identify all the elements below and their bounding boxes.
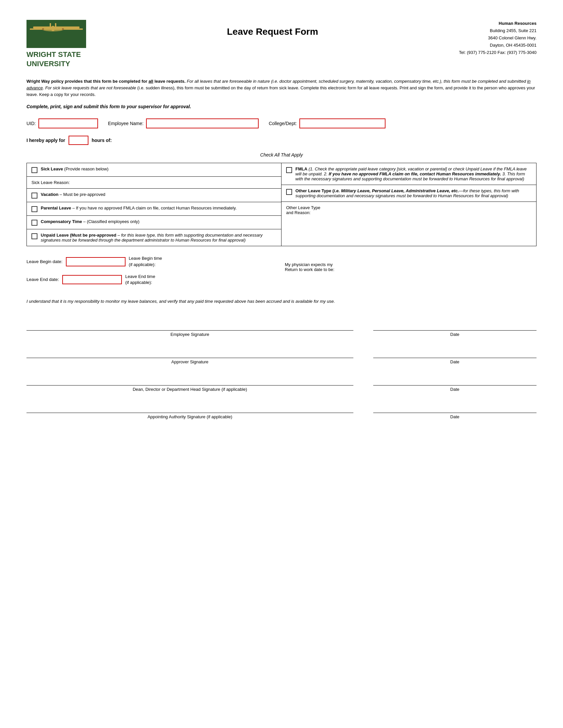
unpaid-leave-checkbox[interactable] [31, 233, 37, 239]
unpaid-leave-cell: Unpaid Leave (Must be pre-approved – for… [27, 229, 281, 246]
date-section: Leave Begin date: Leave Begin time(if ap… [26, 255, 537, 292]
college-dept-input[interactable] [300, 118, 386, 128]
emp-name-label: Employee Name: [108, 121, 143, 126]
parental-leave-text: Parental Leave – If you have no approved… [41, 205, 237, 210]
svg-rect-2 [50, 23, 51, 28]
dean-sig-label: Dean, Director or Department Head Signat… [133, 387, 247, 392]
parental-leave-checkbox[interactable] [31, 206, 37, 212]
leave-end-date-input[interactable] [62, 275, 122, 284]
top-fields: UID: Employee Name: College/Dept: [26, 118, 537, 128]
form-title-area: Leave Request Form [86, 20, 459, 37]
vacation-checkbox[interactable] [31, 193, 37, 199]
sick-leave-checkbox[interactable] [31, 167, 37, 173]
policy-bold: Wright Way policy provides that this for… [26, 79, 185, 84]
vacation-cell: Vacation – Must be pre-approved [27, 189, 281, 202]
employee-sig-label: Employee Signature [170, 332, 209, 337]
begin-time-label: Leave Begin time(if applicable): [129, 255, 162, 267]
emp-sig-date-container: Date [373, 321, 537, 337]
college-dept-group: College/Dept: [268, 118, 386, 128]
policy-italic1: For all leaves that are foreseeable in n… [187, 79, 527, 84]
leave-begin-date-input[interactable] [66, 257, 125, 266]
emp-sig-date-line [373, 321, 537, 331]
svg-point-8 [42, 28, 44, 30]
leave-right-col: FMLA (1. Check the appropriate paid leav… [282, 163, 536, 246]
dean-sig-container: Dean, Director or Department Head Signat… [26, 376, 353, 392]
other-leave-cell: Other Leave Type (i.e. Military Leave, P… [282, 185, 536, 202]
check-all-label: Check All That Apply [26, 152, 537, 158]
fmla-checkbox[interactable] [286, 167, 292, 173]
other-reason-label: Other Leave Typeand Reason: [286, 205, 320, 215]
uid-group: UID: [26, 118, 98, 128]
fmla-cell: FMLA (1. Check the appropriate paid leav… [282, 163, 536, 185]
comp-time-text: Compensatory Time – (Classified employee… [41, 219, 139, 224]
hr-line2: 3640 Colonel Glenn Hwy. [459, 34, 537, 42]
parental-leave-cell: Parental Leave – If you have no approved… [27, 202, 281, 216]
logo-area: WRIGHT STATE UNIVERSITY [26, 20, 86, 68]
approver-sig-container: Approver Signature [26, 349, 353, 364]
physician-label: My physician expects myReturn to work da… [285, 262, 335, 272]
fmla-text: FMLA (1. Check the appropriate paid leav… [296, 166, 532, 181]
leave-left-col: Sick Leave (Provide reason below) Sick L… [27, 163, 282, 246]
sick-reason-label: Sick Leave Reason: [31, 180, 70, 185]
approver-sig-line [26, 349, 353, 358]
appointing-sig-date-label: Date [450, 414, 459, 419]
form-title: Leave Request Form [86, 26, 459, 37]
svg-point-6 [52, 26, 54, 28]
policy-section: Wright Way policy provides that this for… [26, 78, 537, 98]
unpaid-leave-text: Unpaid Leave (Must be pre-approved – for… [41, 233, 276, 243]
hr-info: Human Resources Building 2455, Suite 221… [459, 20, 537, 56]
hours-input[interactable] [69, 136, 88, 145]
sig-row-4: Appointing Authority Signature (if appli… [26, 404, 537, 419]
physician-section: My physician expects myReturn to work da… [285, 255, 537, 292]
hours-prefix: I hereby apply for [26, 138, 65, 143]
appointing-sig-date-container: Date [373, 404, 537, 419]
sig-row-3: Dean, Director or Department Head Signat… [26, 376, 537, 392]
leave-options-grid: Sick Leave (Provide reason below) Sick L… [26, 163, 537, 246]
leave-end-label: Leave End date: [26, 277, 59, 282]
leave-end-row: Leave End date: Leave End time(if applic… [26, 274, 278, 286]
leave-begin-label: Leave Begin date: [26, 259, 63, 264]
hr-line1: Building 2455, Suite 221 [459, 27, 537, 34]
comp-time-cell: Compensatory Time – (Classified employee… [27, 216, 281, 229]
employee-sig-line [26, 321, 353, 331]
submit-instruction: Complete, print, sign and submit this fo… [26, 104, 537, 109]
dean-sig-line [26, 376, 353, 386]
sig-row-2: Approver Signature Date [26, 349, 537, 364]
approver-sig-date-label: Date [450, 359, 459, 364]
university-name: WRIGHT STATE UNIVERSITY [26, 50, 81, 68]
svg-rect-7 [30, 28, 83, 30]
signature-section: Employee Signature Date Approver Signatu… [26, 321, 537, 419]
approver-sig-date-line [373, 349, 537, 358]
svg-rect-3 [55, 23, 56, 28]
emp-sig-date-label: Date [450, 332, 459, 337]
dean-sig-date-label: Date [450, 387, 459, 392]
uid-input[interactable] [38, 118, 98, 128]
emp-name-group: Employee Name: [108, 118, 258, 128]
other-leave-checkbox[interactable] [286, 189, 292, 195]
appointing-sig-line [26, 404, 353, 413]
emp-name-input[interactable] [146, 118, 258, 128]
sick-reason-cell: Sick Leave Reason: [27, 177, 281, 189]
sick-leave-cell: Sick Leave (Provide reason below) [27, 163, 281, 177]
sig-row-1: Employee Signature Date [26, 321, 537, 337]
hr-line4: Tel: (937) 775-2120 Fax: (937) 775-3040 [459, 49, 537, 56]
employee-sig-container: Employee Signature [26, 321, 353, 337]
page-header: WRIGHT STATE UNIVERSITY Leave Request Fo… [26, 20, 537, 68]
hours-suffix: hours of: [92, 138, 112, 143]
appointing-sig-label: Appointing Authority Signature (if appli… [147, 414, 232, 419]
end-time-label: Leave End time(if applicable): [125, 274, 155, 286]
sick-leave-text: Sick Leave (Provide reason below) [41, 166, 109, 171]
vacation-text: Vacation – Must be pre-approved [41, 192, 105, 197]
date-left: Leave Begin date: Leave Begin time(if ap… [26, 255, 278, 292]
wsu-logo-icon [26, 20, 86, 48]
other-leave-text: Other Leave Type (i.e. Military Leave, P… [296, 188, 532, 198]
hr-line3: Dayton, OH 45435-0001 [459, 42, 537, 49]
dean-sig-date-line [373, 376, 537, 386]
comp-time-checkbox[interactable] [31, 220, 37, 226]
leave-begin-row: Leave Begin date: Leave Begin time(if ap… [26, 255, 278, 267]
disclaimer: I understand that it is my responsibilit… [26, 298, 537, 305]
college-dept-label: College/Dept: [268, 121, 297, 126]
other-reason-cell: Other Leave Typeand Reason: [282, 202, 536, 235]
svg-point-9 [62, 28, 64, 30]
approver-sig-date-container: Date [373, 349, 537, 364]
